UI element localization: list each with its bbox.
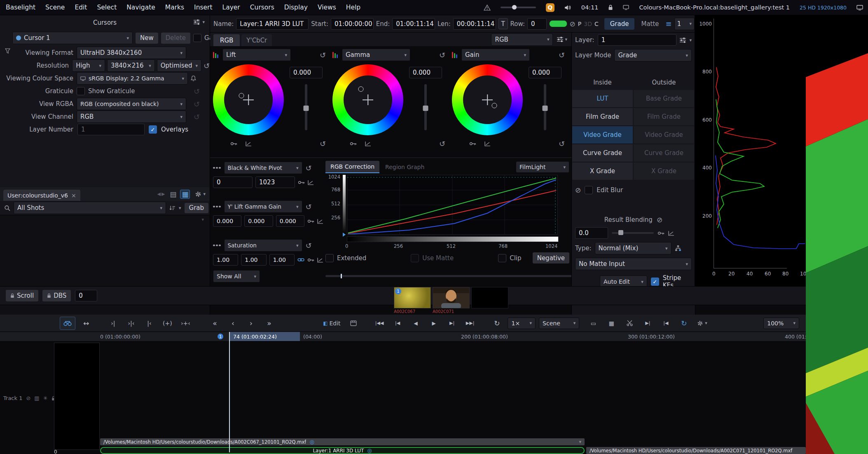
tab-user-colourstudio[interactable]: User:colourstudio_v6 × — [3, 190, 80, 201]
timeline-zoom-select[interactable]: 100%▾ — [763, 318, 799, 329]
keyframe-icon[interactable] — [298, 181, 305, 184]
mark-out-icon[interactable]: |◀ — [658, 317, 673, 329]
blend-slider[interactable] — [612, 232, 654, 234]
node-tree-icon[interactable] — [675, 245, 681, 252]
curve-editor-icon[interactable] — [246, 141, 252, 146]
tab-grade[interactable]: Grade — [604, 18, 635, 30]
keyframe-icon[interactable] — [307, 219, 314, 223]
cut-icon[interactable] — [622, 317, 637, 329]
lift-wheel[interactable] — [213, 64, 284, 135]
track-fx-icon[interactable]: ✳ — [43, 395, 48, 401]
inside-film-grade-button[interactable]: Film Grade — [572, 108, 633, 126]
panel-settings-icon[interactable] — [194, 19, 200, 25]
step-forward-button[interactable]: ▶| — [445, 317, 459, 329]
cache-icon[interactable]: ↻ — [676, 317, 691, 329]
gamma-undo-button[interactable]: ↺ — [439, 139, 445, 148]
saturation-r-field[interactable]: 1.00 — [213, 254, 238, 266]
next-cut-button[interactable]: ▶▶| — [463, 317, 477, 329]
curve-editor-icon[interactable] — [308, 180, 314, 185]
lift-reset-button[interactable]: ↺ — [320, 51, 326, 59]
speaker-icon[interactable] — [564, 5, 571, 11]
inside-video-grade-button[interactable]: Video Grade — [572, 126, 633, 144]
outside-base-grade-button[interactable]: Base Grade — [633, 89, 695, 108]
menu-navigate[interactable]: Navigate — [126, 4, 155, 11]
timeline-ruler[interactable]: 0 (01:00:00:00) 74 (01:00:02:24) 1 (04:0… — [0, 332, 806, 341]
keyframe-icon[interactable] — [350, 142, 357, 146]
menu-insert[interactable]: Insert — [194, 4, 212, 11]
list-view-icon[interactable]: ▤ — [170, 190, 176, 198]
show-all-select[interactable]: Show All▾ — [213, 270, 260, 282]
target-icon[interactable]: ◎ — [367, 447, 372, 454]
gamma-wheel[interactable] — [332, 64, 403, 135]
target-icon[interactable]: ◎ — [309, 439, 314, 445]
layer-field[interactable]: 1 — [598, 34, 677, 46]
scroll-hint-icon[interactable]: ▾ — [201, 217, 204, 222]
p-toggle-button[interactable]: P — [578, 21, 581, 27]
go-last-button[interactable]: » — [262, 317, 276, 329]
gamma-function-select[interactable]: Gamma▾ — [342, 49, 410, 61]
menu-marks[interactable]: Marks — [165, 4, 184, 11]
gamma-value-field[interactable]: 0.000 — [409, 67, 442, 78]
resolution-size-select[interactable]: 3840×216▾ — [107, 59, 155, 72]
viewing-format-select[interactable]: UltraHD 3840x2160▾ — [77, 47, 186, 59]
go-first-button[interactable]: « — [207, 317, 222, 329]
saturation-g-field[interactable]: 1.00 — [241, 254, 266, 266]
tab-rgb[interactable]: RGB — [213, 34, 240, 46]
gamma-master-slider[interactable] — [424, 84, 427, 130]
category-dots-icon[interactable] — [213, 206, 221, 208]
new-cursor-button[interactable]: New — [136, 33, 158, 44]
grid-view-icon[interactable]: ▦ — [604, 317, 619, 329]
gear-icon[interactable] — [195, 191, 201, 198]
layer-settings-icon[interactable] — [680, 37, 686, 43]
y-lift-field[interactable]: 0.000 — [213, 215, 241, 227]
pager-left-icon[interactable]: ◀ — [157, 191, 160, 197]
tab-ycbcr[interactable]: Y'CbCr — [241, 34, 272, 46]
trim-both-icon[interactable]: ›|‹ — [124, 317, 138, 329]
keyframe-icon[interactable] — [469, 142, 476, 146]
edit-mode-button[interactable]: ◧ Edit — [321, 317, 343, 329]
view-mode-button[interactable] — [60, 317, 75, 330]
chevron-down-icon[interactable]: ▾ — [203, 191, 206, 197]
track-thumbs-icon[interactable]: ▥ — [34, 395, 39, 401]
menu-help[interactable]: Help — [346, 4, 360, 11]
show-graticule-checkbox[interactable] — [77, 87, 85, 95]
layer-mode-select[interactable]: Grade▾ — [614, 49, 692, 61]
sort-icon[interactable] — [169, 205, 175, 211]
keyframe-tick[interactable] — [341, 274, 342, 278]
shot-filter-select[interactable]: All Shots▾ — [14, 202, 166, 214]
gamma-reset-button[interactable]: ↺ — [439, 51, 445, 59]
layer-strip-bar[interactable]: Layer:1 ARRI 3D LUT ◎ — [100, 447, 585, 454]
curve-editor-icon[interactable] — [484, 141, 491, 146]
speed-select[interactable]: 1×▾ — [508, 318, 536, 329]
view-rgba-select[interactable]: RGB (composited on black)▾ — [77, 98, 186, 110]
colourspace-select[interactable]: RGB▾ — [491, 33, 553, 46]
c-toggle-button[interactable]: C — [594, 21, 599, 27]
gain-wheel[interactable] — [452, 64, 523, 135]
resolution-mode-select[interactable]: Optimised▾ — [157, 59, 201, 72]
q-app-icon[interactable]: Q — [546, 3, 554, 12]
graph-mode-select[interactable]: FilmLight▾ — [516, 161, 569, 173]
blend-value-field[interactable]: 0.0 — [575, 227, 608, 239]
fit-width-button[interactable]: ↔ — [79, 317, 94, 329]
lift-master-slider[interactable] — [305, 84, 307, 130]
overlays-checkbox[interactable]: ✓ — [149, 125, 157, 134]
gain-function-select[interactable]: Gain▾ — [461, 49, 530, 61]
white-pivot-field[interactable]: 1023 — [255, 176, 295, 188]
curve-editor-icon[interactable] — [668, 231, 674, 236]
colour-space-select[interactable]: sRGB Display: 2.2 Gamma▾ — [77, 72, 188, 85]
step-back-button[interactable]: |◀ — [390, 317, 405, 329]
blur-bypass-icon[interactable]: ⊘ — [575, 186, 581, 194]
play-button[interactable]: ▶ — [426, 317, 441, 329]
dbs-lock-button[interactable]: DBS — [42, 290, 71, 301]
curve-editor-icon[interactable] — [365, 141, 371, 146]
layers-icon[interactable]: ≡ — [666, 19, 672, 28]
category-dots-icon[interactable] — [213, 245, 221, 247]
saturation-undo-button[interactable]: ↺ — [306, 241, 312, 250]
timeline-settings-button[interactable]: ▾ — [695, 317, 709, 329]
menu-edit[interactable]: Edit — [75, 4, 87, 11]
view-rgba-undo-button[interactable]: ↺ — [194, 100, 200, 108]
ripple-mode-icon[interactable]: ›+‹ — [178, 317, 193, 329]
pivot-arrow-icon[interactable] — [343, 233, 346, 237]
menu-select[interactable]: Select — [97, 4, 117, 11]
scene-select[interactable]: Scene▾ — [539, 318, 579, 329]
